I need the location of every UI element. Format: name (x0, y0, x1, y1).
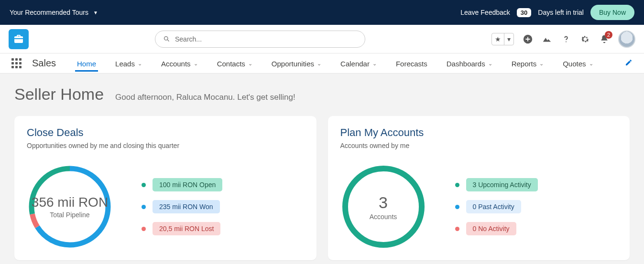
nav-item-label: Forecasts (396, 60, 427, 68)
nav-item-reports[interactable]: Reports⌄ (510, 55, 546, 72)
recommended-tours-label: Your Recommended Tours (10, 9, 88, 16)
pipeline-total: 356 mii RON (32, 195, 108, 210)
card-subtitle: Accounts owned by me (340, 142, 618, 149)
legend-row: 235 mii RON Won (142, 200, 222, 213)
trailhead-icon (542, 34, 552, 44)
nav-item-label: Opportunities (272, 60, 314, 68)
days-left-label: Days left in trial (538, 9, 584, 16)
edit-nav-button[interactable] (625, 59, 633, 68)
gear-icon (580, 34, 590, 44)
legend-dot (142, 183, 146, 187)
search-icon (163, 35, 170, 42)
legend-row: 3 Upcoming Activity (455, 178, 538, 191)
nav-item-calendar[interactable]: Calendar⌄ (338, 55, 379, 72)
legend-pill[interactable]: 3 Upcoming Activity (466, 178, 538, 191)
legend-dot (455, 227, 459, 231)
page-subtitle: Good afternoon, Raluca Mocanu. Let's get… (115, 93, 295, 102)
plus-icon (523, 34, 533, 44)
pipeline-total-label: Total Pipeline (50, 211, 89, 219)
nav-item-dashboards[interactable]: Dashboards⌄ (445, 55, 494, 72)
chevron-down-icon: ▾ (504, 33, 513, 45)
nav-item-accounts[interactable]: Accounts⌄ (159, 55, 200, 72)
plan-accounts-card: Plan My Accounts Accounts owned by me 3 … (328, 116, 630, 260)
nav-item-opportunities[interactable]: Opportunities⌄ (270, 55, 323, 72)
global-header: Search... ★ ▾ 2 (0, 25, 644, 53)
close-deals-card: Close Deals Opportunities owned by me an… (14, 116, 317, 260)
legend-row: 0 Past Activity (455, 200, 538, 213)
legend-row: 100 mii RON Open (142, 178, 222, 191)
search-placeholder: Search... (175, 35, 202, 43)
nav-item-quotes[interactable]: Quotes⌄ (561, 55, 595, 72)
cards-row: Close Deals Opportunities owned by me an… (14, 116, 630, 260)
chevron-down-icon: ⌄ (488, 61, 492, 67)
app-logo[interactable] (9, 29, 29, 49)
notifications-button[interactable]: 2 (599, 34, 610, 44)
buy-now-button[interactable]: Buy Now (590, 5, 634, 20)
setup-button[interactable] (580, 34, 590, 44)
nav-item-label: Contacts (217, 60, 245, 68)
page-title: Seller Home (14, 85, 104, 104)
accounts-total-label: Accounts (370, 213, 397, 221)
nav-item-forecasts[interactable]: Forecasts (394, 55, 429, 72)
page-title-row: Seller Home Good afternoon, Raluca Mocan… (14, 85, 630, 104)
card-title: Plan My Accounts (340, 127, 618, 139)
days-left-badge: 30 (517, 8, 531, 17)
page-body: Seller Home Good afternoon, Raluca Mocan… (0, 74, 644, 264)
legend-pill[interactable]: 100 mii RON Open (153, 178, 222, 191)
app-nav: Sales HomeLeads⌄Accounts⌄Contacts⌄Opport… (0, 53, 644, 74)
nav-item-label: Calendar (340, 60, 370, 68)
accounts-legend: 3 Upcoming Activity0 Past Activity0 No A… (455, 178, 538, 235)
legend-dot (142, 205, 146, 209)
chevron-down-icon: ⌄ (372, 61, 377, 67)
briefcase-icon (13, 33, 24, 45)
legend-pill[interactable]: 20,5 mii RON Lost (153, 222, 220, 235)
legend-row: 20,5 mii RON Lost (142, 222, 222, 235)
legend-dot (455, 183, 459, 187)
global-create-button[interactable] (523, 34, 533, 44)
user-avatar[interactable] (618, 31, 635, 48)
svg-line-1 (167, 40, 169, 41)
card-title: Close Deals (27, 127, 304, 139)
nav-item-label: Leads (115, 60, 135, 68)
app-launcher-button[interactable] (11, 58, 22, 68)
trial-right: Leave Feedback 30 Days left in trial Buy… (460, 5, 634, 20)
nav-item-contacts[interactable]: Contacts⌄ (215, 55, 254, 72)
nav-item-label: Home (77, 60, 96, 68)
nav-item-leads[interactable]: Leads⌄ (113, 55, 144, 72)
chevron-down-icon: ⌄ (248, 61, 252, 67)
nav-item-label: Quotes (563, 60, 586, 68)
chevron-down-icon: ⌄ (317, 61, 321, 67)
notification-count: 2 (605, 31, 612, 39)
accounts-donut-chart: 3 Accounts (340, 164, 426, 250)
chevron-down-icon: ⌄ (589, 61, 593, 67)
svg-point-3 (566, 41, 567, 42)
chevron-down-icon: ▼ (93, 10, 98, 15)
salesforce-help-button[interactable] (542, 34, 552, 44)
legend-pill[interactable]: 235 mii RON Won (153, 200, 220, 213)
legend-row: 0 No Activity (455, 222, 538, 235)
recommended-tours-dropdown[interactable]: Your Recommended Tours ▼ (10, 9, 98, 16)
header-icons: ★ ▾ 2 (491, 31, 635, 48)
pipeline-donut-chart: 356 mii RON Total Pipeline (27, 164, 113, 250)
legend-pill[interactable]: 0 Past Activity (466, 200, 521, 213)
favorites-menu[interactable]: ★ ▾ (491, 33, 514, 45)
chevron-down-icon: ⌄ (539, 61, 544, 67)
card-subtitle: Opportunities owned by me and closing th… (27, 142, 304, 149)
chevron-down-icon: ⌄ (138, 61, 142, 67)
chevron-down-icon: ⌄ (194, 61, 198, 67)
nav-item-home[interactable]: Home (75, 55, 98, 72)
app-name: Sales (32, 58, 56, 69)
help-button[interactable] (561, 34, 571, 44)
legend-pill[interactable]: 0 No Activity (466, 222, 516, 235)
leave-feedback-link[interactable]: Leave Feedback (460, 9, 510, 16)
star-icon: ★ (492, 33, 504, 45)
search-wrap: Search... (33, 31, 487, 48)
legend-dot (455, 205, 459, 209)
search-input[interactable]: Search... (155, 31, 365, 48)
nav-item-label: Accounts (161, 60, 191, 68)
accounts-total: 3 (379, 193, 388, 212)
trial-bar: Your Recommended Tours ▼ Leave Feedback … (0, 0, 644, 25)
nav-item-label: Reports (512, 60, 537, 68)
deals-legend: 100 mii RON Open235 mii RON Won20,5 mii … (142, 178, 222, 235)
svg-point-0 (164, 37, 168, 41)
